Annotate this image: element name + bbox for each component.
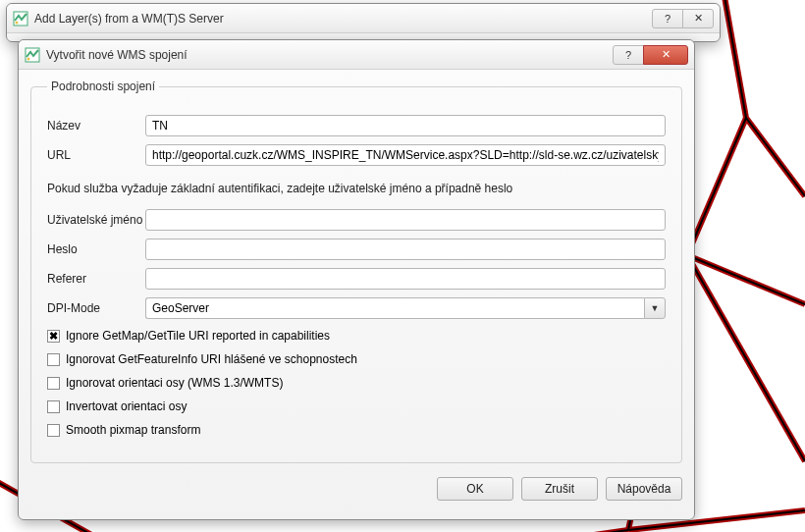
auth-hint: Pokud služba vyžaduje základní autentifi… [47, 182, 666, 195]
row-name: Název [47, 115, 666, 136]
cancel-button[interactable]: Zrušit [521, 477, 598, 501]
app-icon [13, 11, 28, 27]
chevron-down-icon[interactable]: ▼ [644, 297, 666, 319]
parent-window: Add Layer(s) from a WM(T)S Server ? ✕ [6, 3, 721, 42]
row-username: Uživatelské jméno [47, 209, 666, 231]
svg-point-3 [27, 57, 30, 60]
row-referer: Referer [47, 268, 666, 290]
referer-label: Referer [47, 272, 145, 286]
check-invert-axis[interactable]: Invertovat orientaci osy [47, 399, 666, 413]
check-ignore-getmap[interactable]: ✖ Ignore GetMap/GetTile URI reported in … [47, 329, 666, 343]
dialog-window-buttons: ? ✕ [614, 45, 688, 65]
dialog-title: Vytvořit nové WMS spojení [46, 48, 614, 62]
connection-details-group: Podrobnosti spojení Název URL Pokud služ… [30, 80, 682, 463]
username-input[interactable] [145, 209, 666, 231]
checkbox-icon[interactable] [47, 424, 60, 437]
check-label: Ignore GetMap/GetTile URI reported in ca… [66, 329, 330, 343]
svg-point-1 [16, 21, 19, 24]
username-label: Uživatelské jméno [47, 213, 145, 227]
group-legend: Podrobnosti spojení [47, 80, 159, 93]
dialog-client: Podrobnosti spojení Název URL Pokud služ… [19, 70, 694, 512]
dpi-select[interactable]: GeoServer ▼ [145, 297, 666, 319]
row-dpi-mode: DPI-Mode GeoServer ▼ [47, 297, 666, 319]
dialog-close-button[interactable]: ✕ [643, 45, 688, 65]
checkbox-icon[interactable] [47, 377, 60, 390]
row-url: URL [47, 144, 666, 166]
checkbox-icon[interactable] [47, 400, 60, 413]
checkbox-icon[interactable] [47, 353, 60, 366]
password-label: Heslo [47, 242, 145, 256]
url-label: URL [47, 148, 145, 162]
dialog-titlebar[interactable]: Vytvořit nové WMS spojení ? ✕ [19, 40, 694, 70]
url-input[interactable] [145, 144, 666, 166]
dpi-label: DPI-Mode [47, 301, 145, 315]
app-icon [25, 47, 40, 63]
parent-close-button[interactable]: ✕ [682, 9, 714, 28]
check-label: Invertovat orientaci osy [66, 399, 187, 413]
wms-connection-dialog: Vytvořit nové WMS spojení ? ✕ Podrobnost… [18, 39, 695, 520]
dpi-selected-value: GeoServer [145, 297, 644, 319]
check-smooth-pixmap[interactable]: Smooth pixmap transform [47, 423, 666, 437]
help-button[interactable]: Nápověda [606, 477, 682, 501]
check-label: Ignorovat GetFeatureInfo URI hlášené ve … [66, 352, 357, 366]
name-label: Název [47, 119, 145, 133]
ok-button[interactable]: OK [437, 477, 513, 501]
check-ignore-axis[interactable]: Ignorovat orientaci osy (WMS 1.3/WMTS) [47, 376, 666, 390]
row-password: Heslo [47, 239, 666, 260]
dialog-help-button[interactable]: ? [613, 45, 644, 65]
referer-input[interactable] [145, 268, 666, 290]
check-label: Ignorovat orientaci osy (WMS 1.3/WMTS) [66, 376, 283, 390]
parent-window-title: Add Layer(s) from a WM(T)S Server [34, 12, 653, 26]
check-label: Smooth pixmap transform [66, 423, 200, 437]
checkbox-icon[interactable]: ✖ [47, 330, 60, 343]
password-input[interactable] [145, 239, 666, 260]
parent-help-button[interactable]: ? [652, 9, 683, 28]
parent-window-buttons: ? ✕ [653, 9, 714, 28]
dialog-buttons: OK Zrušit Nápověda [30, 477, 682, 501]
name-input[interactable] [145, 115, 666, 136]
parent-titlebar[interactable]: Add Layer(s) from a WM(T)S Server ? ✕ [7, 4, 720, 33]
check-ignore-gfi[interactable]: Ignorovat GetFeatureInfo URI hlášené ve … [47, 352, 666, 366]
